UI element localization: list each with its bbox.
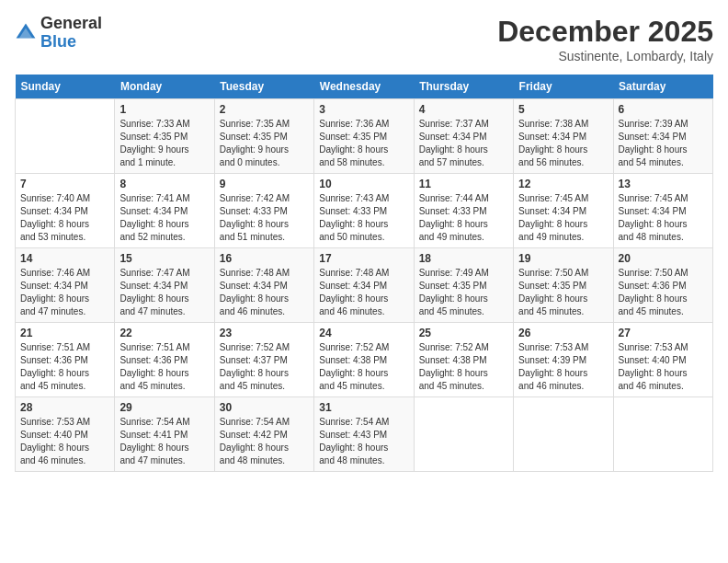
calendar-cell: 16Sunrise: 7:48 AM Sunset: 4:34 PM Dayli… — [214, 248, 313, 323]
day-info: Sunrise: 7:45 AM Sunset: 4:34 PM Dayligh… — [518, 192, 608, 244]
logo-icon — [15, 22, 37, 44]
day-info: Sunrise: 7:46 AM Sunset: 4:34 PM Dayligh… — [20, 267, 109, 318]
calendar-cell: 4Sunrise: 7:37 AM Sunset: 4:34 PM Daylig… — [414, 99, 513, 174]
day-info: Sunrise: 7:40 AM Sunset: 4:34 PM Dayligh… — [20, 192, 109, 244]
day-header-friday: Friday — [514, 75, 613, 99]
calendar-cell: 15Sunrise: 7:47 AM Sunset: 4:34 PM Dayli… — [115, 248, 214, 323]
calendar-cell: 6Sunrise: 7:39 AM Sunset: 4:34 PM Daylig… — [613, 99, 712, 174]
calendar-cell: 27Sunrise: 7:53 AM Sunset: 4:40 PM Dayli… — [613, 323, 712, 397]
week-row-2: 7Sunrise: 7:40 AM Sunset: 4:34 PM Daylig… — [16, 174, 713, 248]
week-row-5: 28Sunrise: 7:53 AM Sunset: 4:40 PM Dayli… — [16, 397, 713, 472]
day-info: Sunrise: 7:43 AM Sunset: 4:33 PM Dayligh… — [319, 192, 408, 244]
month-title: December 2025 — [497, 15, 713, 49]
day-info: Sunrise: 7:38 AM Sunset: 4:34 PM Dayligh… — [518, 118, 608, 169]
day-number: 22 — [119, 327, 209, 339]
day-number: 11 — [419, 178, 508, 190]
day-number: 4 — [419, 103, 508, 116]
day-number: 28 — [20, 401, 109, 414]
calendar-cell: 31Sunrise: 7:54 AM Sunset: 4:43 PM Dayli… — [314, 397, 414, 472]
day-info: Sunrise: 7:53 AM Sunset: 4:39 PM Dayligh… — [518, 341, 608, 393]
day-header-sunday: Sunday — [16, 75, 115, 99]
calendar-cell: 29Sunrise: 7:54 AM Sunset: 4:41 PM Dayli… — [115, 397, 214, 472]
day-info: Sunrise: 7:37 AM Sunset: 4:34 PM Dayligh… — [419, 118, 508, 169]
day-number: 7 — [20, 178, 109, 190]
day-number: 23 — [220, 327, 309, 339]
day-info: Sunrise: 7:51 AM Sunset: 4:36 PM Dayligh… — [20, 341, 109, 393]
day-number: 1 — [119, 103, 209, 116]
day-number: 19 — [518, 252, 608, 265]
day-header-tuesday: Tuesday — [214, 75, 313, 99]
calendar-cell: 2Sunrise: 7:35 AM Sunset: 4:35 PM Daylig… — [214, 99, 313, 174]
location-subtitle: Sustinente, Lombardy, Italy — [497, 49, 713, 63]
calendar-cell: 26Sunrise: 7:53 AM Sunset: 4:39 PM Dayli… — [514, 323, 613, 397]
week-row-3: 14Sunrise: 7:46 AM Sunset: 4:34 PM Dayli… — [16, 248, 713, 323]
day-number: 27 — [619, 327, 708, 339]
calendar-cell — [514, 397, 613, 472]
calendar-cell: 23Sunrise: 7:52 AM Sunset: 4:37 PM Dayli… — [214, 323, 313, 397]
day-info: Sunrise: 7:35 AM Sunset: 4:35 PM Dayligh… — [220, 118, 309, 169]
calendar-cell: 21Sunrise: 7:51 AM Sunset: 4:36 PM Dayli… — [16, 323, 115, 397]
day-header-thursday: Thursday — [414, 75, 513, 99]
day-number: 31 — [319, 401, 408, 414]
day-info: Sunrise: 7:33 AM Sunset: 4:35 PM Dayligh… — [119, 118, 209, 169]
title-block: December 2025 Sustinente, Lombardy, Ital… — [497, 15, 713, 63]
calendar-cell: 13Sunrise: 7:45 AM Sunset: 4:34 PM Dayli… — [613, 174, 712, 248]
calendar-cell: 25Sunrise: 7:52 AM Sunset: 4:38 PM Dayli… — [414, 323, 513, 397]
calendar-cell — [414, 397, 513, 472]
day-number: 17 — [319, 252, 408, 265]
day-info: Sunrise: 7:50 AM Sunset: 4:36 PM Dayligh… — [619, 267, 708, 318]
day-number: 16 — [220, 252, 309, 265]
calendar-cell: 1Sunrise: 7:33 AM Sunset: 4:35 PM Daylig… — [115, 99, 214, 174]
day-info: Sunrise: 7:54 AM Sunset: 4:43 PM Dayligh… — [319, 416, 408, 467]
day-number: 6 — [619, 103, 708, 116]
week-row-1: 1Sunrise: 7:33 AM Sunset: 4:35 PM Daylig… — [16, 99, 713, 174]
day-info: Sunrise: 7:47 AM Sunset: 4:34 PM Dayligh… — [119, 267, 209, 318]
day-info: Sunrise: 7:51 AM Sunset: 4:36 PM Dayligh… — [119, 341, 209, 393]
page-header: General Blue December 2025 Sustinente, L… — [15, 15, 713, 63]
logo: General Blue — [15, 15, 102, 52]
calendar-cell: 12Sunrise: 7:45 AM Sunset: 4:34 PM Dayli… — [514, 174, 613, 248]
day-info: Sunrise: 7:49 AM Sunset: 4:35 PM Dayligh… — [419, 267, 508, 318]
calendar-cell: 7Sunrise: 7:40 AM Sunset: 4:34 PM Daylig… — [16, 174, 115, 248]
week-row-4: 21Sunrise: 7:51 AM Sunset: 4:36 PM Dayli… — [16, 323, 713, 397]
day-info: Sunrise: 7:54 AM Sunset: 4:41 PM Dayligh… — [119, 416, 209, 467]
calendar-cell: 17Sunrise: 7:48 AM Sunset: 4:34 PM Dayli… — [314, 248, 414, 323]
calendar-cell: 18Sunrise: 7:49 AM Sunset: 4:35 PM Dayli… — [414, 248, 513, 323]
calendar-table: SundayMondayTuesdayWednesdayThursdayFrid… — [15, 75, 713, 472]
day-info: Sunrise: 7:54 AM Sunset: 4:42 PM Dayligh… — [220, 416, 309, 467]
day-info: Sunrise: 7:39 AM Sunset: 4:34 PM Dayligh… — [619, 118, 708, 169]
day-info: Sunrise: 7:44 AM Sunset: 4:33 PM Dayligh… — [419, 192, 508, 244]
calendar-cell: 14Sunrise: 7:46 AM Sunset: 4:34 PM Dayli… — [16, 248, 115, 323]
logo-blue: Blue — [40, 33, 102, 52]
day-info: Sunrise: 7:48 AM Sunset: 4:34 PM Dayligh… — [220, 267, 309, 318]
day-info: Sunrise: 7:52 AM Sunset: 4:38 PM Dayligh… — [419, 341, 508, 393]
day-number: 20 — [619, 252, 708, 265]
day-info: Sunrise: 7:53 AM Sunset: 4:40 PM Dayligh… — [20, 416, 109, 467]
day-info: Sunrise: 7:52 AM Sunset: 4:38 PM Dayligh… — [319, 341, 408, 393]
logo-general: General — [40, 15, 102, 33]
day-info: Sunrise: 7:53 AM Sunset: 4:40 PM Dayligh… — [619, 341, 708, 393]
day-number: 21 — [20, 327, 109, 339]
day-info: Sunrise: 7:45 AM Sunset: 4:34 PM Dayligh… — [619, 192, 708, 244]
calendar-cell: 20Sunrise: 7:50 AM Sunset: 4:36 PM Dayli… — [613, 248, 712, 323]
day-number: 2 — [220, 103, 309, 116]
calendar-cell: 11Sunrise: 7:44 AM Sunset: 4:33 PM Dayli… — [414, 174, 513, 248]
day-info: Sunrise: 7:42 AM Sunset: 4:33 PM Dayligh… — [220, 192, 309, 244]
calendar-cell: 28Sunrise: 7:53 AM Sunset: 4:40 PM Dayli… — [16, 397, 115, 472]
day-info: Sunrise: 7:48 AM Sunset: 4:34 PM Dayligh… — [319, 267, 408, 318]
day-number: 14 — [20, 252, 109, 265]
calendar-cell: 19Sunrise: 7:50 AM Sunset: 4:35 PM Dayli… — [514, 248, 613, 323]
calendar-cell — [16, 99, 115, 174]
day-number: 5 — [518, 103, 608, 116]
header-row: SundayMondayTuesdayWednesdayThursdayFrid… — [16, 75, 713, 99]
day-header-saturday: Saturday — [613, 75, 712, 99]
day-info: Sunrise: 7:50 AM Sunset: 4:35 PM Dayligh… — [518, 267, 608, 318]
day-number: 29 — [119, 401, 209, 414]
day-number: 3 — [319, 103, 408, 116]
day-number: 24 — [319, 327, 408, 339]
day-number: 26 — [518, 327, 608, 339]
logo-text: General Blue — [40, 15, 102, 52]
day-info: Sunrise: 7:52 AM Sunset: 4:37 PM Dayligh… — [220, 341, 309, 393]
day-number: 8 — [119, 178, 209, 190]
day-header-wednesday: Wednesday — [314, 75, 414, 99]
